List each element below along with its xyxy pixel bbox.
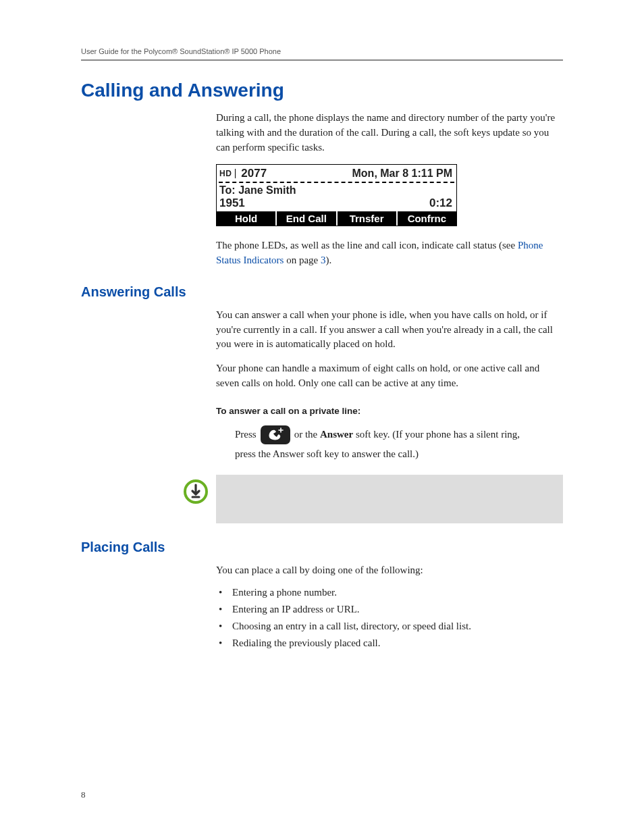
- from-number: 1951: [219, 197, 245, 210]
- to-label: To:: [219, 184, 236, 196]
- page-title: Calling and Answering: [81, 80, 563, 101]
- softkey-transfer[interactable]: Trnsfer: [338, 211, 398, 226]
- phone-screen-figure: HD 2077 Mon, Mar 8 1:11 PM To: Jane Smit…: [216, 164, 457, 226]
- press-tail-line2: press the Answer soft key to answer the …: [235, 448, 556, 460]
- to-name: Jane Smith: [238, 184, 296, 196]
- placing-intro: You can place a call by doing one of the…: [216, 563, 556, 578]
- call-key-icon: [261, 425, 290, 444]
- note-body-placeholder: [216, 475, 563, 523]
- intro-paragraph: During a call, the phone displays the na…: [216, 111, 556, 155]
- press-label: Press: [235, 429, 257, 440]
- procedure-heading: To answer a call on a private line:: [216, 406, 556, 416]
- press-mid: or the: [294, 429, 320, 440]
- heading-placing-calls: Placing Calls: [81, 540, 563, 555]
- header-rule: [81, 59, 563, 61]
- procedure-step: Press or the Answer soft key. (If your p…: [235, 425, 556, 444]
- note-block: [81, 475, 563, 523]
- list-item: Entering a phone number.: [216, 587, 556, 598]
- running-header: User Guide for the Polycom® SoundStation…: [81, 47, 563, 55]
- placing-bullet-list: Entering a phone number. Entering an IP …: [216, 587, 556, 649]
- call-to-row: To: Jane Smith: [217, 183, 456, 197]
- led-text-pre: The phone LEDs, as well as the line and …: [216, 240, 518, 251]
- softkey-hold[interactable]: Hold: [217, 211, 277, 226]
- led-paragraph: The phone LEDs, as well as the line and …: [216, 238, 556, 268]
- answer-softkey-name: Answer: [320, 429, 353, 440]
- press-tail-line1: soft key. (If your phone has a silent ri…: [353, 429, 520, 440]
- answering-p2: Your phone can handle a maximum of eight…: [216, 361, 556, 391]
- note-icon: [176, 475, 216, 504]
- led-text-post: ).: [325, 255, 331, 265]
- softkey-bar: Hold End Call Trnsfer Confrnc: [217, 211, 456, 226]
- page-number: 8: [81, 789, 86, 800]
- list-item: Choosing an entry in a call list, direct…: [216, 621, 556, 632]
- list-item: Redialing the previously placed call.: [216, 637, 556, 649]
- elapsed-time: 0:12: [429, 197, 452, 210]
- answering-p1: You can answer a call when your phone is…: [216, 308, 556, 352]
- hd-badge: HD: [219, 169, 236, 178]
- led-text-mid: on page: [284, 255, 321, 265]
- softkey-end-call[interactable]: End Call: [277, 211, 337, 226]
- softkey-conference[interactable]: Confrnc: [398, 211, 456, 226]
- heading-answering-calls: Answering Calls: [81, 284, 563, 300]
- list-item: Entering an IP address or URL.: [216, 604, 556, 615]
- phone-datetime: Mon, Mar 8 1:11 PM: [267, 167, 452, 180]
- extension-number: 2077: [241, 167, 267, 180]
